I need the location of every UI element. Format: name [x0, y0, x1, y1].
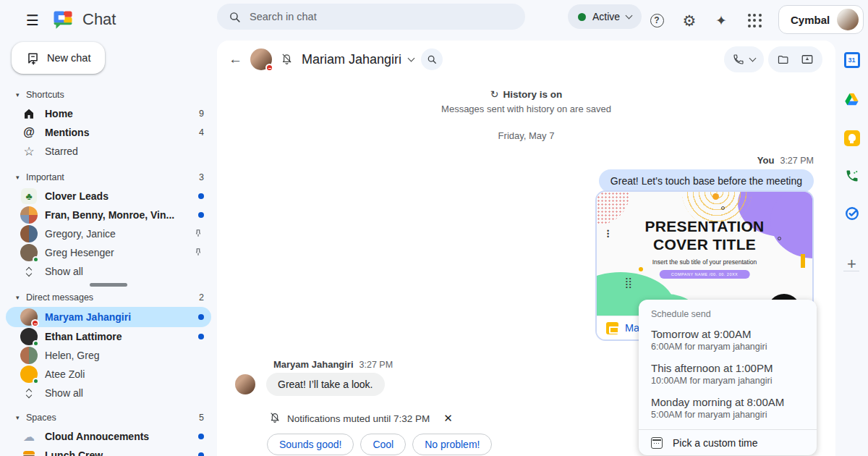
section-spaces[interactable]: ▾ Spaces 5 — [6, 408, 211, 427]
sidebar-item-gregory-janice[interactable]: Gregory, Janice — [6, 224, 211, 243]
gemini-button[interactable]: ✦ — [709, 8, 733, 33]
navigation-list: ▾ Shortcuts Home 9 @ Mentions 4 ☆ Starre… — [0, 85, 217, 456]
section-direct-messages[interactable]: ▾ Direct messages 2 — [6, 288, 211, 307]
search-input[interactable] — [250, 11, 514, 22]
received-message-bubble[interactable]: Great! I’ll take a look. — [266, 373, 385, 396]
smart-reply-chip[interactable]: Sounds good! — [267, 434, 354, 455]
sidebar-item-maryam-jahangiri[interactable]: Maryam Jahangiri — [6, 307, 211, 327]
received-message-avatar[interactable] — [235, 374, 255, 394]
smart-reply-chip[interactable]: No problem! — [412, 434, 492, 455]
sidebar-item-cloud-annoucements[interactable]: ☁ Cloud Annoucements — [6, 427, 211, 446]
presentation-subtitle: Insert the sub title of your presentatio… — [597, 258, 812, 266]
app-title: Chat — [82, 10, 116, 29]
google-tasks-button[interactable] — [840, 201, 864, 226]
option-secondary: 10:00AM for maryam jahangiri — [651, 376, 804, 386]
sidebar-item-mentions[interactable]: @ Mentions 4 — [6, 123, 211, 142]
unread-count: 4 — [199, 127, 204, 138]
pin-to-screen-icon — [801, 53, 814, 66]
drag-handle[interactable] — [90, 283, 127, 287]
attachment-file-name[interactable]: Ma — [625, 322, 639, 334]
chat-header: ← Mariam Jahangiri — [217, 41, 835, 78]
bell-muted-icon — [269, 411, 281, 426]
sidebar-item-fran-group[interactable]: Fran, Benny, Monroe, Vin... — [6, 206, 211, 224]
help-button[interactable]: ? — [644, 8, 669, 33]
sender-name: Maryam Jahangiri — [273, 359, 354, 370]
section-label: Important — [26, 172, 64, 182]
schedule-option[interactable]: This afternoon at 1:00PM 10:00AM for mar… — [639, 357, 817, 391]
files-and-pin-toolbar[interactable] — [768, 46, 822, 72]
unread-dot — [198, 314, 204, 320]
option-secondary: 6:00AM for maryam jahangiri — [651, 342, 804, 352]
item-label: Ethan Lattimore — [45, 331, 198, 342]
group-avatar — [20, 225, 38, 242]
collapse-arrow-icon: ▾ — [16, 294, 26, 301]
apps-launcher-button[interactable] — [742, 8, 767, 33]
google-keep-button[interactable] — [840, 126, 864, 151]
close-icon[interactable]: ✕ — [443, 412, 453, 425]
collapse-arrow-icon: ▾ — [16, 174, 26, 181]
sidebar-item-helen-greg[interactable]: Helen, Greg — [6, 346, 211, 365]
smart-reply-row: Sounds good! Cool No problem! — [267, 434, 492, 455]
search-icon — [229, 11, 241, 23]
add-app-button[interactable]: + — [840, 252, 864, 276]
burger-emoji-icon — [20, 447, 38, 456]
back-icon[interactable]: ← — [229, 51, 250, 67]
sidebar-item-ethan-lattimore[interactable]: Ethan Lattimore — [6, 327, 211, 346]
conversation-title[interactable]: Mariam Jahangiri — [302, 52, 401, 67]
history-subtitle: Messages sent with history on are saved — [217, 104, 835, 114]
collapse-arrow-icon: ▾ — [16, 414, 26, 421]
new-chat-button[interactable]: New chat — [12, 42, 105, 74]
section-shortcuts[interactable]: ▾ Shortcuts — [6, 85, 211, 104]
search-bar[interactable] — [217, 4, 525, 30]
schedule-option[interactable]: Tomorrow at 9:00AM 6:00AM for maryam jah… — [639, 323, 817, 357]
section-label: Shortcuts — [26, 90, 64, 100]
sidebar-item-greg-hesenger[interactable]: Greg Hesenger — [6, 243, 211, 262]
google-calendar-button[interactable]: 31 — [840, 48, 864, 72]
schedule-option[interactable]: Monday morning at 8:00AM 5:00AM for mary… — [639, 391, 817, 425]
user-avatar — [20, 244, 38, 261]
call-button[interactable] — [724, 46, 764, 72]
account-switcher[interactable]: Cymbal — [778, 5, 864, 34]
unread-count: 9 — [199, 109, 204, 119]
bot-avatar — [20, 366, 38, 383]
home-icon — [20, 105, 38, 122]
schedule-send-popup: Schedule send Tomorrow at 9:00AM 6:00AM … — [639, 300, 817, 455]
item-label: Atee Zoli — [45, 368, 204, 380]
tasks-app-icon — [844, 206, 860, 221]
status-selector[interactable]: Active — [568, 4, 642, 29]
section-important[interactable]: ▾ Important 3 — [6, 168, 211, 187]
search-in-conversation-button[interactable] — [421, 48, 443, 70]
help-icon: ? — [650, 14, 664, 28]
unread-dot — [198, 434, 204, 439]
message-time: 3:27 PM — [780, 156, 814, 166]
item-label: Lunch Crew — [45, 449, 198, 456]
cloud-emoji-icon: ☁ — [20, 428, 38, 445]
unread-dot — [198, 212, 204, 218]
sidebar-item-lunch-crew[interactable]: Lunch Crew — [6, 446, 211, 456]
sparkle-icon: ✦ — [715, 12, 727, 29]
unfold-more-icon — [20, 263, 38, 280]
show-all-direct-messages[interactable]: Show all — [6, 384, 211, 402]
show-all-important[interactable]: Show all — [6, 262, 211, 281]
smart-reply-chip[interactable]: Cool — [360, 434, 406, 455]
sidebar-item-clover-leads[interactable]: ♣ Clover Leads — [6, 187, 211, 206]
sidebar-item-starred[interactable]: ☆ Starred — [6, 142, 211, 161]
left-sidebar: New chat ▾ Shortcuts Home 9 @ Mentions 4… — [0, 41, 217, 456]
settings-button[interactable]: ⚙ — [677, 8, 702, 33]
item-label: Cloud Annoucements — [45, 431, 198, 442]
chat-avatar[interactable] — [250, 48, 272, 70]
sent-message-bubble[interactable]: Great! Let’s touch base before the meeti… — [599, 169, 814, 193]
option-primary: This afternoon at 1:00PM — [651, 362, 804, 374]
sidebar-item-atee-zoli[interactable]: Atee Zoli — [6, 365, 211, 384]
notifications-muted-icon — [281, 52, 293, 67]
collapse-arrow-icon: ▾ — [16, 91, 26, 98]
menu-icon[interactable]: ☰ — [20, 8, 45, 33]
custom-time-label: Pick a custom time — [673, 437, 757, 449]
sidebar-item-home[interactable]: Home 9 — [6, 104, 211, 123]
option-primary: Tomorrow at 9:00AM — [651, 328, 804, 340]
pick-custom-time-button[interactable]: Pick a custom time — [639, 430, 817, 455]
google-voice-button[interactable] — [840, 164, 864, 188]
chevron-down-icon[interactable] — [408, 54, 415, 62]
item-label: Starred — [45, 145, 204, 157]
google-drive-button[interactable] — [840, 87, 864, 111]
